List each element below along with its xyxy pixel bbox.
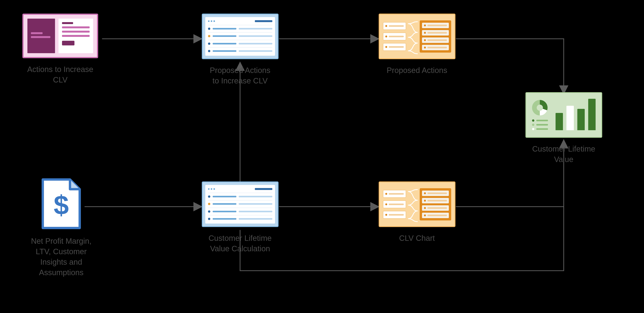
node-net-profit: $ Net Profit Margin,LTV, CustomerInsight…	[20, 177, 103, 278]
list-icon	[202, 181, 278, 227]
mapping-icon	[379, 13, 456, 59]
node-label: Proposed Actionsto Increase CLV	[198, 65, 282, 86]
node-label: Customer LifetimeValue	[522, 144, 606, 164]
diagram-canvas: Actions to IncreaseCLV Proposed Actionst…	[0, 0, 644, 313]
node-label: Proposed Actions	[375, 65, 459, 75]
node-actions-increase-clv: Actions to IncreaseCLV	[18, 13, 102, 85]
node-clv-dashboard: Customer LifetimeValue	[522, 92, 606, 164]
node-label: CLV Chart	[375, 233, 459, 243]
node-clv-calc: Customer LifetimeValue Calculation	[198, 181, 282, 254]
pie-icon	[532, 100, 548, 116]
node-label: Actions to IncreaseCLV	[18, 64, 102, 85]
node-clv-chart: CLV Chart	[375, 181, 459, 243]
legend-icon	[532, 119, 548, 130]
node-proposed-actions: Proposed Actions	[375, 13, 459, 75]
node-label: Customer LifetimeValue Calculation	[198, 233, 282, 254]
list-icon	[202, 13, 278, 59]
dashboard-icon	[526, 92, 602, 138]
mapping-icon	[379, 181, 456, 227]
card-icon	[22, 13, 98, 58]
svg-text:$: $	[54, 190, 69, 220]
node-proposed-actions-clv: Proposed Actionsto Increase CLV	[198, 13, 282, 86]
bars-icon	[554, 93, 602, 137]
document-dollar-icon: $	[41, 177, 82, 230]
node-label: Net Profit Margin,LTV, CustomerInsights …	[20, 236, 103, 278]
